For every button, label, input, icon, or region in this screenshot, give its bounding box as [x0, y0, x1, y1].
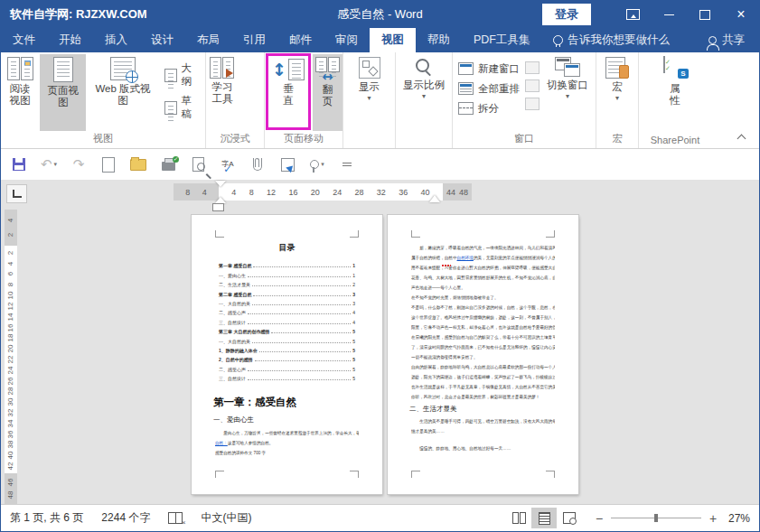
ribbon-tab[interactable]: 帮助: [416, 28, 462, 52]
zoom-dropdown-button[interactable]: 显示比例 ▾: [400, 54, 447, 131]
hanging-indent-marker[interactable]: [215, 191, 226, 203]
page-movement-group-label: 页面移动: [265, 132, 342, 145]
draft-view-button[interactable]: 草稿: [164, 94, 202, 121]
ribbon-tab[interactable]: 邮件: [277, 28, 324, 52]
vertical-ruler[interactable]: 42 2468101214161820222426283032343638404…: [5, 210, 17, 504]
ruler-right-margin: 4448: [443, 183, 472, 201]
side-to-side-button[interactable]: ↔ 翻页: [313, 54, 342, 131]
check-badge-icon: ✓: [173, 156, 179, 163]
vruler-bottom-margin: 4648: [5, 473, 17, 504]
toc-entry: 二、生活才显美2: [219, 278, 355, 287]
ribbon-tab[interactable]: 设计: [139, 28, 185, 52]
margin-mark: [350, 471, 359, 478]
toc-page-number: 5: [352, 329, 355, 334]
print-layout-button[interactable]: 页面视图: [40, 54, 86, 131]
sharepoint-group-label: SharePoint: [639, 135, 711, 145]
macros-group-label: 宏: [596, 132, 638, 145]
vruler-top-margin: 42: [5, 210, 17, 246]
show-dropdown-button[interactable]: 显示 ▾: [356, 54, 383, 131]
document-page-1[interactable]: 目录 第一章 感受自然1一、爱由心生1二、生活才显美2第二章 感受自然3一、大自…: [192, 215, 382, 494]
quick-print-button[interactable]: ✓: [159, 154, 177, 174]
horizontal-ruler[interactable]: 84 481216202428323640 4448: [174, 183, 472, 201]
spelling-grammar-button[interactable]: 字A✓: [219, 154, 237, 174]
properties-button[interactable]: ✓✓S 属性: [661, 54, 690, 131]
ribbon-group-sharepoint: ✓✓S 属性 SharePoint: [639, 52, 711, 148]
learning-tools-button[interactable]: 学习工具: [207, 54, 238, 131]
customize-qat-button[interactable]: [338, 154, 356, 174]
left-indent-marker[interactable]: [212, 203, 224, 211]
status-bar: 第 1 页, 共 6 页 2244 个字 中文(中国) − + 27%: [1, 504, 759, 531]
ribbon-tab[interactable]: 文件: [1, 28, 47, 52]
vertical-highlight-box: ↕ 垂直: [266, 53, 311, 130]
tell-me-box[interactable]: 告诉我你想要做什么: [542, 28, 681, 52]
arrange-all-button[interactable]: 全部重排: [458, 79, 520, 98]
ribbon-tab[interactable]: 开始: [47, 28, 93, 52]
save-button[interactable]: [10, 154, 28, 174]
document-page-2[interactable]: 新，嫩绿的芽，呼吸着自然的气息，一缕缕阳光洒进林间，鸟儿们和着清风唱起了歌，这是…: [388, 215, 578, 494]
zoom-in-button[interactable]: +: [708, 511, 718, 526]
close-button[interactable]: ×: [723, 1, 759, 28]
paragraph-with-link: 属于自然的馈赠，自然中自然环境的美，无需刻意的装点便能悄悄浸润每个人的心田。: [411, 253, 555, 263]
undo-button[interactable]: ↶▾: [40, 154, 58, 174]
ribbon-tab[interactable]: 引用: [231, 28, 277, 52]
zoom-slider[interactable]: [611, 518, 701, 518]
ribbon-tab[interactable]: 插入: [93, 28, 139, 52]
maximize-button[interactable]: [687, 1, 723, 28]
ribbon-tab[interactable]: PDF工具集: [462, 28, 542, 52]
language-indicator[interactable]: 中文(中国): [192, 510, 260, 526]
web-layout-view-button[interactable]: [557, 508, 582, 528]
vertical-page-movement-button[interactable]: ↕ 垂直: [269, 56, 307, 127]
tab-stop-selector[interactable]: [6, 184, 27, 203]
redo-button[interactable]: ↷: [70, 154, 88, 174]
collapse-ribbon-button[interactable]: [738, 133, 746, 141]
share-button[interactable]: 共享: [694, 28, 759, 52]
minimize-button[interactable]: [651, 1, 687, 28]
body-line: 惜才是真的美……: [411, 426, 555, 436]
web-layout-icon: [110, 57, 136, 80]
synchronous-scrolling-icon-disabled: [525, 79, 540, 92]
touch-mode-button[interactable]: ▾: [308, 154, 326, 174]
ribbon-tab[interactable]: 视图: [370, 28, 416, 52]
ruler-number: 24: [333, 188, 342, 197]
toc-entry-title: 三、自然设计: [219, 320, 246, 325]
macros-button[interactable]: 宏 ▾: [603, 54, 632, 131]
print-preview-button[interactable]: [189, 154, 207, 174]
ribbon-display-options-button[interactable]: [615, 1, 651, 28]
read-mode-view-icon: [512, 512, 526, 524]
outline-view-button[interactable]: 大纲: [164, 61, 202, 89]
zoom-slider-thumb[interactable]: [654, 514, 658, 522]
print-layout-view-button[interactable]: [531, 508, 557, 528]
body-line: 自由的舒展着，静静地聆听鸟鸣，大自然总以心底最柔软的那一份打动每一个人。: [411, 362, 555, 372]
new-window-button[interactable]: 新建窗口: [458, 60, 520, 78]
page-number-indicator[interactable]: 第 1 页, 共 6 页: [1, 510, 92, 526]
switch-windows-button[interactable]: 切换窗口 ▾: [544, 54, 591, 131]
zoom-percentage[interactable]: 27%: [718, 512, 750, 525]
print-layout-icon: [53, 57, 73, 82]
edit-form-button[interactable]: [278, 154, 296, 174]
sign-in-button[interactable]: 登录: [542, 4, 591, 25]
right-indent-marker[interactable]: [429, 190, 440, 202]
web-layout-button[interactable]: Web 版式视图: [88, 54, 157, 131]
read-mode-icon: [7, 57, 33, 80]
open-button[interactable]: [129, 154, 147, 174]
margin-mark: [411, 471, 420, 478]
print-preview-icon: [192, 157, 204, 172]
split-button[interactable]: 拆分: [458, 99, 520, 117]
read-mode-button[interactable]: 阅读视图: [2, 54, 38, 131]
toc-page-number: 1: [352, 273, 355, 278]
attach-file-button[interactable]: [249, 154, 267, 174]
zoom-out-button[interactable]: −: [595, 511, 604, 526]
new-document-button[interactable]: [99, 154, 117, 174]
ribbon-tab[interactable]: 审阅: [324, 28, 370, 52]
word-count-indicator[interactable]: 2244 个字: [92, 510, 159, 526]
ruler-number: 48: [7, 491, 14, 499]
edit-pen-icon: [281, 158, 295, 172]
title-bar: 软件自学网: RJZXW.COM 感受自然 - Word 登录 ×: [1, 1, 759, 28]
draft-icon: [164, 101, 178, 115]
ribbon-tabs: 文件开始插入设计布局引用邮件审阅视图帮助PDF工具集: [1, 28, 542, 52]
read-mode-view-button[interactable]: [506, 508, 531, 528]
ruler-number: 20: [311, 188, 320, 197]
toc-entry: 二、感受心声5: [219, 362, 355, 371]
ribbon-tab[interactable]: 布局: [185, 28, 231, 52]
proofing-status-button[interactable]: [159, 512, 192, 524]
